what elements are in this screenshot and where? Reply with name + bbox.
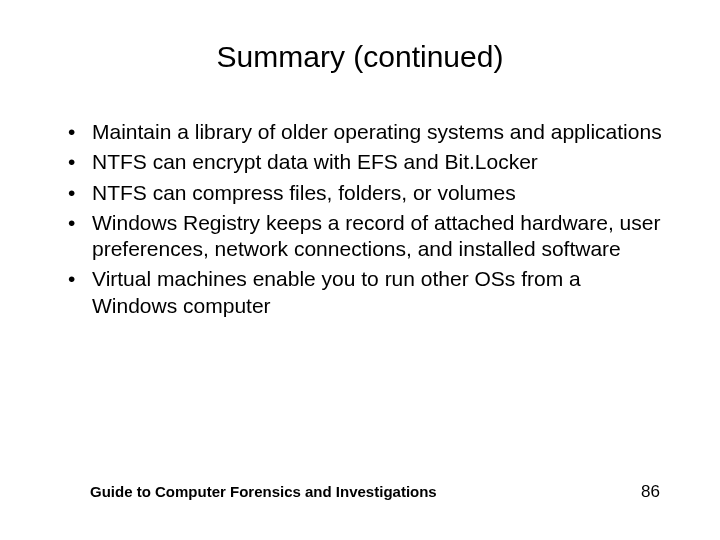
page-number: 86 (641, 482, 660, 502)
slide: Summary (continued) Maintain a library o… (0, 0, 720, 540)
slide-footer: Guide to Computer Forensics and Investig… (0, 482, 720, 502)
footer-text: Guide to Computer Forensics and Investig… (90, 483, 437, 500)
bullet-item: NTFS can compress files, folders, or vol… (60, 180, 670, 206)
slide-title: Summary (continued) (50, 40, 670, 74)
bullet-item: Windows Registry keeps a record of attac… (60, 210, 670, 263)
bullet-item: NTFS can encrypt data with EFS and Bit.L… (60, 149, 670, 175)
bullet-list: Maintain a library of older operating sy… (50, 119, 670, 319)
bullet-item: Virtual machines enable you to run other… (60, 266, 670, 319)
bullet-item: Maintain a library of older operating sy… (60, 119, 670, 145)
